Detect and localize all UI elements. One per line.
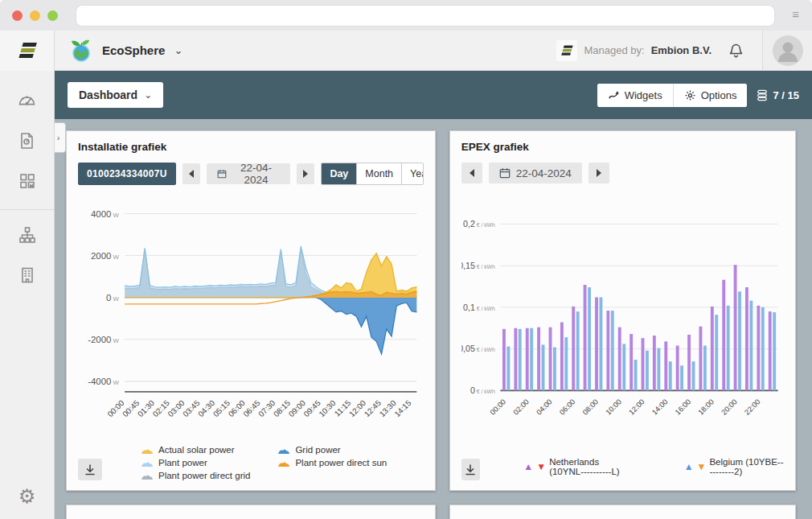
range-button-year[interactable]: Year xyxy=(401,163,424,184)
browser-window: ≡ xyxy=(0,0,812,519)
zoom-window-button[interactable] xyxy=(47,10,58,21)
widgets-button[interactable]: Widgets xyxy=(597,84,673,107)
installatie-grafiek-card: Installatie grafiek 0100234334007U 22-04… xyxy=(66,130,436,491)
download-chart-button[interactable] xyxy=(78,459,102,480)
previous-date-button[interactable] xyxy=(461,163,482,183)
card-title: Installatie grafiek xyxy=(78,141,424,153)
date-picker-button[interactable]: 22-04-2024 xyxy=(489,163,582,183)
settings-gear-icon: ⚙ xyxy=(18,485,36,508)
svg-text:2000 W: 2000 W xyxy=(91,251,120,261)
svg-text:0,15 € / kWh: 0,15 € / kWh xyxy=(461,261,495,270)
next-date-button[interactable] xyxy=(297,163,314,184)
sidebar-item-dashboard[interactable] xyxy=(12,85,43,116)
sidebar-item-settings[interactable]: ⚙ xyxy=(0,485,54,508)
svg-text:20:00: 20:00 xyxy=(720,397,738,416)
building-icon xyxy=(18,266,37,285)
range-button-month[interactable]: Month xyxy=(356,163,401,184)
installatie-chart-svg: 4000 W2000 W0 W-2000 W-4000 W00:0000:450… xyxy=(78,192,424,442)
sidebar: ⚙ xyxy=(0,31,55,519)
range-button-day[interactable]: Day xyxy=(322,163,356,184)
svg-text:4000 W: 4000 W xyxy=(91,209,120,219)
notifications-button[interactable] xyxy=(728,42,744,59)
partial-card xyxy=(66,505,436,519)
svg-text:0 € / kWh: 0 € / kWh xyxy=(470,385,495,395)
previous-date-button[interactable] xyxy=(182,163,200,184)
chevron-right-icon xyxy=(303,170,308,178)
user-menu[interactable] xyxy=(762,31,812,70)
date-value: 22-04-2024 xyxy=(232,162,280,186)
legend-label: Actual solar power xyxy=(158,445,235,455)
calendar-icon xyxy=(217,168,227,179)
sidebar-item-widgets[interactable] xyxy=(12,166,43,196)
legend-marker-icon xyxy=(277,459,290,468)
app-name: EcoSphere xyxy=(102,43,165,57)
sidebar-item-buildings[interactable] xyxy=(12,260,43,290)
toolbar-button-group: Widgets Options xyxy=(597,84,748,107)
layers-stack-icon xyxy=(757,89,768,101)
svg-text:10:30: 10:30 xyxy=(317,398,338,419)
dashboard-selector[interactable]: Dashboard ⌄ xyxy=(68,82,163,108)
chevron-left-icon xyxy=(189,170,194,178)
legend-item: Actual solar power xyxy=(141,445,250,455)
legend-label: Belgium (10YBE----------2) xyxy=(709,457,784,476)
browser-chrome: ≡ xyxy=(0,0,812,31)
svg-text:22:00: 22:00 xyxy=(743,397,761,416)
widgets-grid-icon xyxy=(18,171,37,191)
widget-counter: 7 / 15 xyxy=(757,89,799,101)
svg-text:-4000 W: -4000 W xyxy=(88,377,119,386)
svg-text:14:00: 14:00 xyxy=(650,397,669,416)
triangle-up-icon: ▲ xyxy=(523,462,533,472)
calendar-icon xyxy=(499,167,511,179)
triangle-down-icon: ▼ xyxy=(697,462,707,472)
browser-menu-icon[interactable]: ≡ xyxy=(792,7,799,21)
svg-text:06:00: 06:00 xyxy=(558,397,576,416)
chevron-right-icon xyxy=(597,169,601,177)
svg-text:16:00: 16:00 xyxy=(673,397,691,416)
installatie-legend: Actual solar powerPlant powerPlant power… xyxy=(141,445,387,480)
options-button[interactable]: Options xyxy=(673,84,748,107)
svg-text:14:15: 14:15 xyxy=(392,398,413,419)
svg-text:0 W: 0 W xyxy=(106,293,120,303)
embion-logo[interactable] xyxy=(0,31,54,71)
legend-marker-icon xyxy=(141,472,154,480)
sidebar-flyout-tab[interactable]: › xyxy=(55,122,66,153)
download-chart-button[interactable] xyxy=(461,459,481,480)
legend-label: Plant power xyxy=(158,458,207,468)
embion-mini-logo xyxy=(556,40,577,61)
next-date-button[interactable] xyxy=(588,163,609,183)
managed-by-value: Embion B.V. xyxy=(651,44,712,56)
svg-text:04:00: 04:00 xyxy=(535,397,553,416)
epex-grafiek-card: EPEX grafiek 22-04-2024 0 xyxy=(449,130,796,491)
triangle-up-icon: ▲ xyxy=(684,462,694,472)
legend-item: Grid power xyxy=(277,445,387,455)
managed-by-label: Managed by: xyxy=(584,44,644,56)
chevron-right-icon: › xyxy=(57,133,60,142)
dashboard-content: › Installatie grafiek 0100234334007U xyxy=(55,119,812,519)
widget-counter-label: 7 / 15 xyxy=(773,89,799,101)
legend-label: Netherlands (10YNL----------L) xyxy=(549,457,636,476)
chevron-down-icon: ⌄ xyxy=(144,89,152,101)
legend-item: Plant power direct sun xyxy=(277,458,387,468)
sidebar-item-sitemap[interactable] xyxy=(12,220,43,250)
chevron-left-icon xyxy=(470,169,474,177)
partial-card xyxy=(449,505,796,519)
embion-mini-logo-icon xyxy=(560,43,574,58)
minimize-window-button[interactable] xyxy=(30,10,40,21)
installatie-chart: 4000 W2000 W0 W-2000 W-4000 W00:0000:450… xyxy=(78,192,424,442)
date-picker-button[interactable]: 22-04-2024 xyxy=(207,163,290,184)
organization-switcher[interactable]: EcoSphere ⌄ xyxy=(55,38,182,64)
sidebar-item-reports[interactable] xyxy=(12,126,43,156)
svg-text:0,1 € / kWh: 0,1 € / kWh xyxy=(463,303,495,312)
legend-marker-icon xyxy=(141,446,154,455)
app-header: EcoSphere ⌄ xyxy=(55,31,812,71)
legend-item: Plant power direct grid xyxy=(141,471,250,480)
legend-item: Plant power xyxy=(141,458,250,468)
gear-icon xyxy=(684,89,696,101)
close-window-button[interactable] xyxy=(12,10,23,21)
legend-label: Plant power direct sun xyxy=(295,458,387,468)
installation-serial-button[interactable]: 0100234334007U xyxy=(78,163,176,185)
sidebar-divider xyxy=(0,209,54,210)
dashboard-toolbar: Dashboard ⌄ Widgets xyxy=(55,71,812,119)
url-bar[interactable] xyxy=(76,6,774,26)
download-icon xyxy=(464,463,477,476)
